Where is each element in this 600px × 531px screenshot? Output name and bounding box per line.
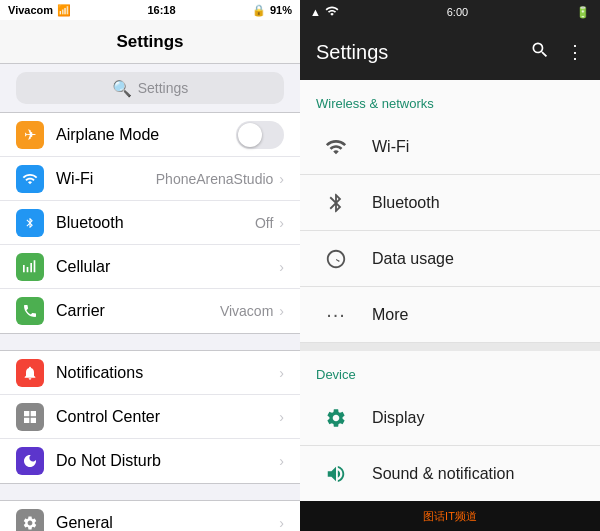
android-more-label: More xyxy=(372,306,408,324)
android-wifi-icon xyxy=(316,127,356,167)
ios-row-control-center[interactable]: Control Center › xyxy=(0,395,300,439)
android-row-more[interactable]: ··· More xyxy=(300,287,600,343)
ios-cellular-icon xyxy=(16,253,44,281)
ios-search-icon: 🔍 xyxy=(112,79,132,98)
android-settings-title: Settings xyxy=(316,41,388,64)
watermark-text: 图话IT频道 xyxy=(423,509,477,524)
ios-airplane-toggle[interactable] xyxy=(236,121,284,149)
android-section-device-header: Device xyxy=(300,351,600,390)
android-status-bar: ▲ 6:00 🔋 xyxy=(300,0,600,24)
android-wifi-icon xyxy=(325,4,339,20)
android-row-sound[interactable]: Sound & notification xyxy=(300,446,600,501)
ios-status-bar: Vivacom 📶 16:18 🔒 91% xyxy=(0,0,300,20)
android-time: 6:00 xyxy=(447,6,468,18)
ios-sections: ✈ Airplane Mode Wi-Fi PhoneArenaStudio › xyxy=(0,112,300,531)
ios-spacer-1 xyxy=(0,334,300,350)
ios-nav-bar: Settings xyxy=(0,20,300,64)
android-row-data-usage[interactable]: Data usage xyxy=(300,231,600,287)
android-display-label: Display xyxy=(372,409,424,427)
ios-bluetooth-value: Off xyxy=(255,215,273,231)
android-toolbar-icons: ⋮ xyxy=(530,40,584,65)
ios-cellular-label: Cellular xyxy=(56,258,279,276)
ios-lock-icon: 🔒 xyxy=(252,4,266,17)
ios-carrier-icon xyxy=(16,297,44,325)
android-status-right: 🔋 xyxy=(576,6,590,19)
ios-general-label: General xyxy=(56,514,279,532)
ios-wifi-label: Wi-Fi xyxy=(56,170,156,188)
android-sound-label: Sound & notification xyxy=(372,465,514,483)
ios-bluetooth-chevron: › xyxy=(279,215,284,231)
android-content: Wireless & networks Wi-Fi Bluetooth Data… xyxy=(300,80,600,501)
ios-control-center-chevron: › xyxy=(279,409,284,425)
ios-notifications-icon xyxy=(16,359,44,387)
android-more-icon: ··· xyxy=(316,295,356,335)
android-watermark: 图话IT频道 xyxy=(300,501,600,531)
android-status-left: ▲ xyxy=(310,4,339,20)
ios-bluetooth-icon xyxy=(16,209,44,237)
ios-carrier-value: Vivacom xyxy=(220,303,273,319)
android-section-divider xyxy=(300,343,600,351)
ios-carrier-label: Carrier xyxy=(56,302,220,320)
android-bluetooth-icon xyxy=(316,183,356,223)
android-data-usage-icon xyxy=(316,239,356,279)
ios-section-general: General › AA Display & Brightness › xyxy=(0,500,300,531)
ios-section-notifications: Notifications › Control Center › Do Not … xyxy=(0,350,300,484)
android-display-icon xyxy=(316,398,356,438)
ios-search-placeholder: Settings xyxy=(138,80,189,96)
ios-spacer-2 xyxy=(0,484,300,500)
ios-search-bar[interactable]: 🔍 Settings xyxy=(0,64,300,112)
ios-battery: 91% xyxy=(270,4,292,16)
ios-dnd-label: Do Not Disturb xyxy=(56,452,279,470)
ios-search-input-container[interactable]: 🔍 Settings xyxy=(16,72,284,104)
ios-row-carrier[interactable]: Carrier Vivacom › xyxy=(0,289,300,333)
ios-carrier: Vivacom xyxy=(8,4,53,16)
android-signal-icon: ▲ xyxy=(310,6,321,18)
ios-row-cellular[interactable]: Cellular › xyxy=(0,245,300,289)
android-section-wireless-header: Wireless & networks xyxy=(300,80,600,119)
ios-row-notifications[interactable]: Notifications › xyxy=(0,351,300,395)
ios-wifi-icon: 📶 xyxy=(57,4,71,17)
ios-section-connectivity: ✈ Airplane Mode Wi-Fi PhoneArenaStudio › xyxy=(0,112,300,334)
ios-bluetooth-label: Bluetooth xyxy=(56,214,255,232)
ios-time: 16:18 xyxy=(147,4,175,16)
android-row-bluetooth[interactable]: Bluetooth xyxy=(300,175,600,231)
android-bluetooth-label: Bluetooth xyxy=(372,194,440,212)
ios-control-center-label: Control Center xyxy=(56,408,279,426)
android-wifi-label: Wi-Fi xyxy=(372,138,409,156)
ios-toggle-knob xyxy=(238,123,262,147)
android-sound-icon xyxy=(316,454,356,494)
ios-dnd-icon xyxy=(16,447,44,475)
android-search-icon[interactable] xyxy=(530,40,550,65)
ios-row-bluetooth[interactable]: Bluetooth Off › xyxy=(0,201,300,245)
ios-airplane-label: Airplane Mode xyxy=(56,126,236,144)
ios-notifications-label: Notifications xyxy=(56,364,279,382)
android-battery-icon: 🔋 xyxy=(576,6,590,19)
android-overflow-icon[interactable]: ⋮ xyxy=(566,41,584,63)
ios-row-dnd[interactable]: Do Not Disturb › xyxy=(0,439,300,483)
ios-airplane-icon: ✈ xyxy=(16,121,44,149)
android-toolbar: Settings ⋮ xyxy=(300,24,600,80)
ios-status-left: Vivacom 📶 xyxy=(8,4,71,17)
ios-row-wifi[interactable]: Wi-Fi PhoneArenaStudio › xyxy=(0,157,300,201)
android-data-usage-label: Data usage xyxy=(372,250,454,268)
ios-wifi-value: PhoneArenaStudio xyxy=(156,171,274,187)
ios-row-airplane[interactable]: ✈ Airplane Mode xyxy=(0,113,300,157)
ios-general-chevron: › xyxy=(279,515,284,531)
android-panel: ▲ 6:00 🔋 Settings ⋮ Wireless & networks … xyxy=(300,0,600,531)
android-row-wifi[interactable]: Wi-Fi xyxy=(300,119,600,175)
ios-row-general[interactable]: General › xyxy=(0,501,300,531)
ios-general-icon xyxy=(16,509,44,532)
ios-wifi-icon xyxy=(16,165,44,193)
ios-cellular-chevron: › xyxy=(279,259,284,275)
ios-wifi-chevron: › xyxy=(279,171,284,187)
ios-status-right: 🔒 91% xyxy=(252,4,292,17)
ios-settings-title: Settings xyxy=(116,32,183,52)
ios-dnd-chevron: › xyxy=(279,453,284,469)
ios-panel: Vivacom 📶 16:18 🔒 91% Settings 🔍 Setting… xyxy=(0,0,300,531)
ios-control-center-icon xyxy=(16,403,44,431)
ios-notifications-chevron: › xyxy=(279,365,284,381)
ios-carrier-chevron: › xyxy=(279,303,284,319)
android-row-display[interactable]: Display xyxy=(300,390,600,446)
